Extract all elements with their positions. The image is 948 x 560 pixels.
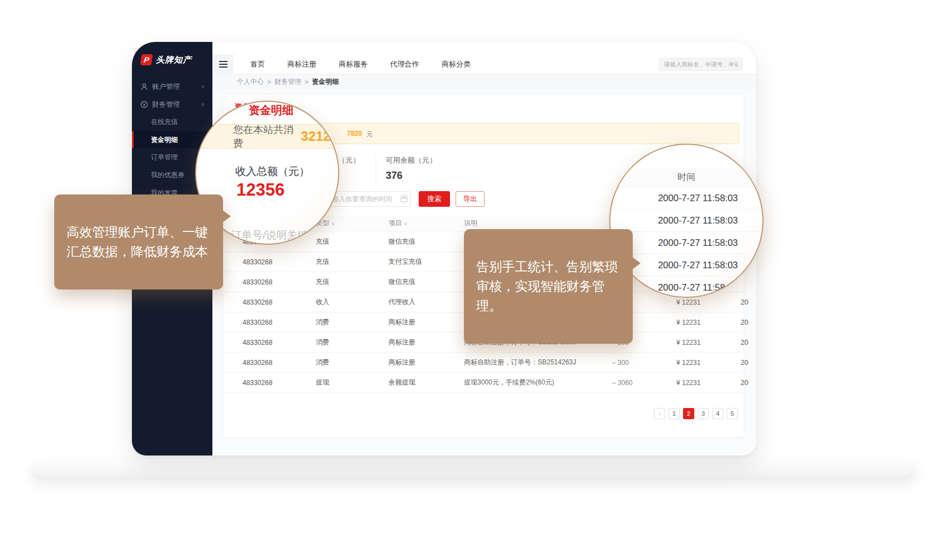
breadcrumb-separator: > — [305, 78, 309, 86]
chevron-down-icon: ∨ — [201, 84, 205, 89]
callout-right: 告别手工统计、告别繁琐 审核，实现智能财务管 理。 — [464, 229, 633, 344]
stat-divider — [376, 154, 376, 183]
breadcrumb: 个人中心 > 财务管理 > 资金明细 — [212, 74, 756, 89]
callout-left: 高效管理账户订单、一键 汇总数据，降低财务成本 — [54, 194, 223, 290]
magnified-time-cell: 2000-7-27 11:58:03 — [610, 210, 762, 232]
banner-unit: 元 — [367, 130, 373, 139]
magnified-banner-prefix: 您在本站共消费 — [233, 123, 296, 150]
callout-arrow-right-icon — [222, 210, 231, 222]
nav-item-trademark-category[interactable]: 商标分类 — [442, 59, 471, 69]
header-project[interactable]: 项目∨ — [388, 219, 464, 228]
finance-icon — [140, 101, 149, 108]
breadcrumb-item[interactable]: 财务管理 — [274, 77, 301, 87]
mid-stat-label: （元） — [338, 155, 360, 165]
balance-label: 可用余额（元） — [386, 155, 437, 165]
laptop-base — [31, 459, 917, 480]
pagination-page-5[interactable]: 5 — [727, 408, 738, 419]
nav-item-agent-cooperation[interactable]: 代理合作 — [390, 59, 419, 69]
calendar-icon[interactable] — [401, 196, 407, 202]
magnified-time-cell: 2000-7-27 11:58:03 — [610, 187, 762, 210]
breadcrumb-item[interactable]: 个人中心 — [237, 77, 264, 87]
brand-logo-icon: P — [140, 54, 153, 65]
breadcrumb-current: 资金明细 — [312, 77, 339, 87]
header-type[interactable]: 类型∨ — [316, 219, 388, 228]
time-query-input[interactable] — [327, 191, 411, 207]
sidebar-item-finance[interactable]: 财务管理 ∧ — [132, 96, 212, 113]
caret-down-icon: ∨ — [331, 221, 335, 226]
magnified-banner: 您在本站共消费 32124 — [196, 124, 338, 149]
brand-name: 头牌知产 — [156, 55, 192, 65]
magnified-tab-label: 资金明细 — [249, 103, 293, 118]
magnified-time-cell: 2000-7-27 11:58:03 — [610, 232, 762, 254]
pagination-page-1[interactable]: 1 — [669, 408, 680, 419]
caret-down-icon: ∨ — [404, 221, 407, 226]
nav-item-trademark-service[interactable]: 商标服务 — [339, 59, 368, 69]
chevron-up-icon: ∧ — [201, 102, 205, 107]
sidebar-item-online-recharge[interactable]: 在线充值 — [132, 113, 212, 130]
sidebar-item-account[interactable]: 账户管理 ∨ — [132, 78, 212, 95]
nav-item-home[interactable]: 首页 — [250, 59, 265, 69]
magnified-income-label: 收入总额（元） — [235, 164, 310, 179]
table-row[interactable]: 48330268提现余额提现 提现3000元，手续费2%(60元)– 3060 … — [224, 373, 743, 393]
balance-value: 376 — [386, 170, 437, 182]
hamburger-menu-icon[interactable] — [212, 54, 234, 74]
table-row[interactable]: 48330268消费商标注册 商标自助注册，订单号：SB2514263J– 30… — [224, 353, 743, 373]
pagination: ‹ 1 2 3 4 5 — [654, 408, 738, 419]
callout-arrow-right-icon — [632, 257, 641, 269]
top-navbar: 首页 商标注册 商标服务 代理合作 商标分类 — [212, 54, 756, 74]
magnified-income-value: 12356 — [236, 180, 285, 200]
user-icon — [140, 83, 149, 91]
export-button[interactable]: 导出 — [456, 191, 485, 207]
pagination-prev-button[interactable]: ‹ — [654, 408, 665, 419]
callout-right-text: 告别手工统计、告别繁琐 审核，实现智能财务管 理。 — [476, 259, 618, 313]
pagination-page-2-active[interactable]: 2 — [683, 408, 694, 419]
callout-left-text: 高效管理账户订单、一键 汇总数据，降低财务成本 — [67, 225, 208, 259]
trademark-search-input[interactable] — [659, 58, 743, 71]
brand-logo[interactable]: P 头牌知产 — [141, 54, 192, 65]
pagination-page-4[interactable]: 4 — [712, 408, 723, 419]
breadcrumb-separator: > — [267, 78, 271, 86]
magnified-time-header: 时间 — [610, 168, 762, 187]
search-button[interactable]: 搜索 — [419, 191, 450, 207]
header-desc: 说明 — [464, 219, 612, 228]
nav-item-trademark-register[interactable]: 商标注册 — [287, 59, 316, 69]
banner-amount: 7820 — [347, 130, 362, 137]
pagination-page-3[interactable]: 3 — [698, 408, 709, 419]
